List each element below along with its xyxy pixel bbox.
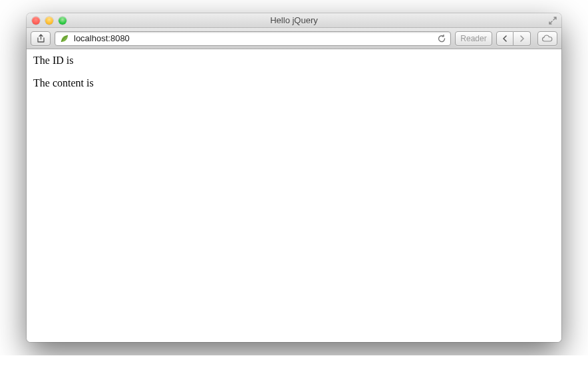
- titlebar: Hello jQuery: [27, 13, 561, 28]
- minimize-button[interactable]: [45, 17, 53, 25]
- back-button[interactable]: [496, 31, 514, 46]
- icloud-tabs-button[interactable]: [537, 31, 557, 46]
- window-title: Hello jQuery: [27, 15, 561, 25]
- favicon-leaf-icon: [59, 33, 70, 44]
- url-input[interactable]: [74, 33, 433, 43]
- page-content: The ID is The content is: [27, 49, 561, 342]
- toolbar: Reader: [27, 28, 561, 49]
- fullscreen-icon[interactable]: [548, 16, 557, 25]
- address-bar[interactable]: [55, 31, 451, 46]
- zoom-button[interactable]: [59, 17, 67, 25]
- forward-button[interactable]: [514, 31, 531, 46]
- reader-label: Reader: [460, 34, 486, 43]
- reload-icon[interactable]: [437, 34, 446, 43]
- content-text: The content is: [33, 77, 555, 89]
- traffic-lights: [27, 17, 67, 25]
- browser-window: Hello jQuery Reader: [27, 13, 561, 342]
- share-button[interactable]: [31, 31, 51, 46]
- reader-button[interactable]: Reader: [455, 31, 492, 46]
- id-text: The ID is: [33, 55, 555, 67]
- navigation-group: [496, 31, 531, 46]
- close-button[interactable]: [32, 17, 40, 25]
